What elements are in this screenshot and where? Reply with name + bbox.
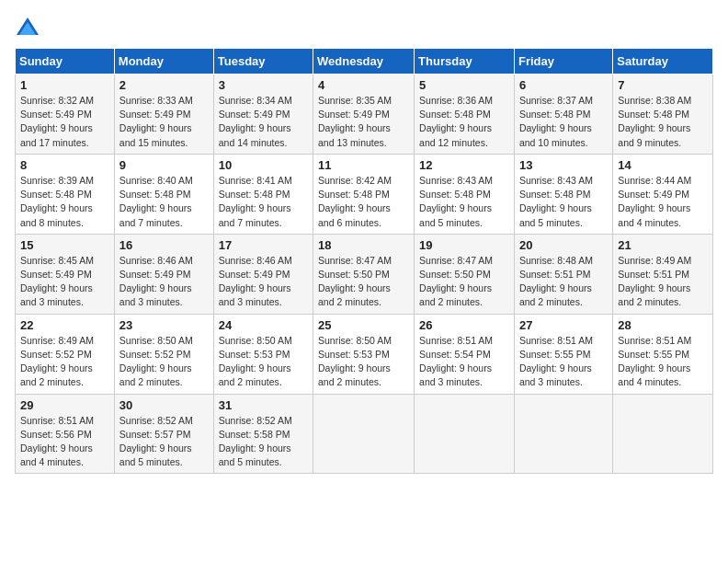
calendar-cell: 26 Sunrise: 8:51 AMSunset: 5:54 PMDaylig… xyxy=(415,314,515,394)
day-number: 27 xyxy=(519,318,608,332)
day-number: 11 xyxy=(318,158,409,172)
calendar-cell: 31 Sunrise: 8:52 AMSunset: 5:58 PMDaylig… xyxy=(213,394,313,474)
calendar-week-row: 22 Sunrise: 8:49 AMSunset: 5:52 PMDaylig… xyxy=(16,314,713,394)
weekday-header-wednesday: Wednesday xyxy=(313,49,415,75)
day-info: Sunrise: 8:51 AMSunset: 5:56 PMDaylight:… xyxy=(20,415,94,468)
calendar-week-row: 1 Sunrise: 8:32 AMSunset: 5:49 PMDayligh… xyxy=(16,75,713,155)
day-number: 26 xyxy=(419,318,509,332)
calendar-cell: 21 Sunrise: 8:49 AMSunset: 5:51 PMDaylig… xyxy=(613,234,713,314)
calendar-cell: 8 Sunrise: 8:39 AMSunset: 5:48 PMDayligh… xyxy=(16,154,115,234)
calendar-cell xyxy=(514,394,612,474)
calendar-cell: 19 Sunrise: 8:47 AMSunset: 5:50 PMDaylig… xyxy=(415,234,515,314)
day-number: 17 xyxy=(219,238,308,252)
day-number: 25 xyxy=(318,318,409,332)
day-info: Sunrise: 8:51 AMSunset: 5:55 PMDaylight:… xyxy=(618,335,691,388)
day-number: 16 xyxy=(119,238,209,252)
day-number: 1 xyxy=(20,78,109,92)
day-info: Sunrise: 8:42 AMSunset: 5:48 PMDaylight:… xyxy=(318,175,392,228)
day-number: 15 xyxy=(20,238,109,252)
day-info: Sunrise: 8:46 AMSunset: 5:49 PMDaylight:… xyxy=(219,255,292,308)
calendar-cell xyxy=(313,394,415,474)
day-info: Sunrise: 8:40 AMSunset: 5:48 PMDaylight:… xyxy=(119,175,193,228)
day-number: 7 xyxy=(618,78,708,92)
calendar-cell: 18 Sunrise: 8:47 AMSunset: 5:50 PMDaylig… xyxy=(313,234,415,314)
day-number: 23 xyxy=(119,318,209,332)
calendar-cell: 30 Sunrise: 8:52 AMSunset: 5:57 PMDaylig… xyxy=(114,394,213,474)
calendar-cell: 4 Sunrise: 8:35 AMSunset: 5:49 PMDayligh… xyxy=(313,75,415,155)
day-info: Sunrise: 8:43 AMSunset: 5:48 PMDaylight:… xyxy=(519,175,593,228)
day-info: Sunrise: 8:50 AMSunset: 5:52 PMDaylight:… xyxy=(119,335,193,388)
day-number: 10 xyxy=(219,158,308,172)
calendar-cell: 5 Sunrise: 8:36 AMSunset: 5:48 PMDayligh… xyxy=(415,75,515,155)
calendar-cell: 11 Sunrise: 8:42 AMSunset: 5:48 PMDaylig… xyxy=(313,154,415,234)
calendar-table: SundayMondayTuesdayWednesdayThursdayFrid… xyxy=(15,48,713,474)
logo-icon xyxy=(15,15,40,40)
day-number: 2 xyxy=(119,78,209,92)
day-number: 20 xyxy=(519,238,608,252)
day-info: Sunrise: 8:41 AMSunset: 5:48 PMDaylight:… xyxy=(219,175,292,228)
day-number: 6 xyxy=(519,78,608,92)
calendar-cell: 7 Sunrise: 8:38 AMSunset: 5:48 PMDayligh… xyxy=(613,75,713,155)
day-number: 3 xyxy=(219,78,308,92)
day-info: Sunrise: 8:39 AMSunset: 5:48 PMDaylight:… xyxy=(20,175,94,228)
weekday-header-thursday: Thursday xyxy=(415,49,515,75)
calendar-cell: 20 Sunrise: 8:48 AMSunset: 5:51 PMDaylig… xyxy=(514,234,612,314)
day-number: 19 xyxy=(419,238,509,252)
day-info: Sunrise: 8:47 AMSunset: 5:50 PMDaylight:… xyxy=(318,255,392,308)
weekday-header-monday: Monday xyxy=(114,49,213,75)
calendar-cell xyxy=(613,394,713,474)
day-info: Sunrise: 8:45 AMSunset: 5:49 PMDaylight:… xyxy=(20,255,94,308)
day-number: 9 xyxy=(119,158,209,172)
day-info: Sunrise: 8:49 AMSunset: 5:52 PMDaylight:… xyxy=(20,335,94,388)
weekday-header-sunday: Sunday xyxy=(16,49,115,75)
day-info: Sunrise: 8:49 AMSunset: 5:51 PMDaylight:… xyxy=(618,255,691,308)
calendar-cell: 1 Sunrise: 8:32 AMSunset: 5:49 PMDayligh… xyxy=(16,75,115,155)
calendar-cell: 25 Sunrise: 8:50 AMSunset: 5:53 PMDaylig… xyxy=(313,314,415,394)
calendar-cell: 29 Sunrise: 8:51 AMSunset: 5:56 PMDaylig… xyxy=(16,394,115,474)
calendar-cell: 3 Sunrise: 8:34 AMSunset: 5:49 PMDayligh… xyxy=(213,75,313,155)
day-info: Sunrise: 8:34 AMSunset: 5:49 PMDaylight:… xyxy=(219,95,292,148)
day-number: 5 xyxy=(419,78,509,92)
day-info: Sunrise: 8:37 AMSunset: 5:48 PMDaylight:… xyxy=(519,95,593,148)
day-number: 14 xyxy=(618,158,708,172)
day-number: 13 xyxy=(519,158,608,172)
day-info: Sunrise: 8:46 AMSunset: 5:49 PMDaylight:… xyxy=(119,255,193,308)
day-info: Sunrise: 8:43 AMSunset: 5:48 PMDaylight:… xyxy=(419,175,493,228)
weekday-header-saturday: Saturday xyxy=(613,49,713,75)
calendar-cell: 15 Sunrise: 8:45 AMSunset: 5:49 PMDaylig… xyxy=(16,234,115,314)
day-info: Sunrise: 8:52 AMSunset: 5:58 PMDaylight:… xyxy=(219,415,292,468)
day-number: 21 xyxy=(618,238,708,252)
day-info: Sunrise: 8:47 AMSunset: 5:50 PMDaylight:… xyxy=(419,255,493,308)
day-info: Sunrise: 8:35 AMSunset: 5:49 PMDaylight:… xyxy=(318,95,392,148)
day-info: Sunrise: 8:51 AMSunset: 5:54 PMDaylight:… xyxy=(419,335,493,388)
day-number: 22 xyxy=(20,318,109,332)
day-info: Sunrise: 8:36 AMSunset: 5:48 PMDaylight:… xyxy=(419,95,493,148)
day-info: Sunrise: 8:48 AMSunset: 5:51 PMDaylight:… xyxy=(519,255,593,308)
calendar-cell: 28 Sunrise: 8:51 AMSunset: 5:55 PMDaylig… xyxy=(613,314,713,394)
day-number: 31 xyxy=(219,398,308,412)
weekday-header-friday: Friday xyxy=(514,49,612,75)
day-info: Sunrise: 8:32 AMSunset: 5:49 PMDaylight:… xyxy=(20,95,94,148)
day-number: 24 xyxy=(219,318,308,332)
day-info: Sunrise: 8:38 AMSunset: 5:48 PMDaylight:… xyxy=(618,95,691,148)
page-header xyxy=(15,15,713,40)
day-info: Sunrise: 8:51 AMSunset: 5:55 PMDaylight:… xyxy=(519,335,593,388)
calendar-cell: 16 Sunrise: 8:46 AMSunset: 5:49 PMDaylig… xyxy=(114,234,213,314)
logo xyxy=(15,15,44,40)
day-number: 29 xyxy=(20,398,109,412)
calendar-week-row: 15 Sunrise: 8:45 AMSunset: 5:49 PMDaylig… xyxy=(16,234,713,314)
day-number: 8 xyxy=(20,158,109,172)
day-info: Sunrise: 8:44 AMSunset: 5:49 PMDaylight:… xyxy=(618,175,691,228)
calendar-cell xyxy=(415,394,515,474)
calendar-cell: 17 Sunrise: 8:46 AMSunset: 5:49 PMDaylig… xyxy=(213,234,313,314)
calendar-week-row: 8 Sunrise: 8:39 AMSunset: 5:48 PMDayligh… xyxy=(16,154,713,234)
calendar-cell: 14 Sunrise: 8:44 AMSunset: 5:49 PMDaylig… xyxy=(613,154,713,234)
calendar-cell: 2 Sunrise: 8:33 AMSunset: 5:49 PMDayligh… xyxy=(114,75,213,155)
weekday-header-row: SundayMondayTuesdayWednesdayThursdayFrid… xyxy=(16,49,713,75)
calendar-cell: 24 Sunrise: 8:50 AMSunset: 5:53 PMDaylig… xyxy=(213,314,313,394)
day-number: 28 xyxy=(618,318,708,332)
calendar-cell: 9 Sunrise: 8:40 AMSunset: 5:48 PMDayligh… xyxy=(114,154,213,234)
day-info: Sunrise: 8:52 AMSunset: 5:57 PMDaylight:… xyxy=(119,415,193,468)
day-info: Sunrise: 8:50 AMSunset: 5:53 PMDaylight:… xyxy=(318,335,392,388)
calendar-cell: 6 Sunrise: 8:37 AMSunset: 5:48 PMDayligh… xyxy=(514,75,612,155)
